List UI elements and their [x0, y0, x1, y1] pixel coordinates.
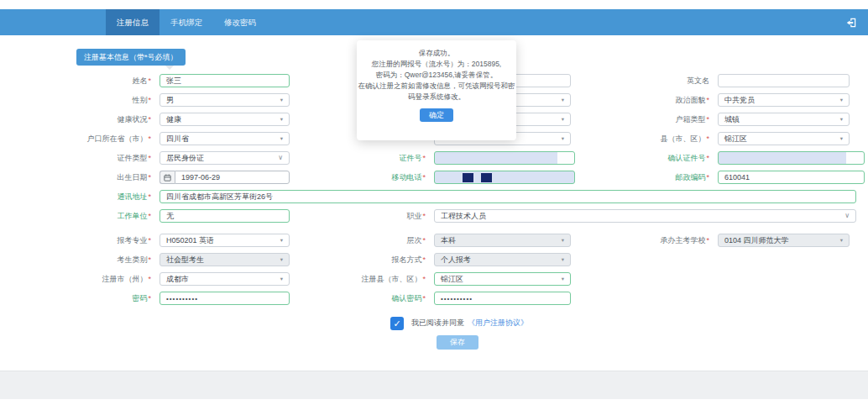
password-input[interactable]: ••••••••••: [159, 292, 290, 305]
dropdown-arrow-icon: ▾: [280, 133, 283, 145]
id-type-select[interactable]: 居民身份证∨: [159, 151, 290, 165]
health-label: 健康状况*: [71, 113, 159, 126]
id-number-label: 证件号*: [290, 151, 434, 165]
password-label: 密码*: [71, 292, 159, 305]
redacted-block: [463, 173, 473, 182]
confirm-password-label: 确认密码*: [290, 292, 434, 305]
agreement-checkbox[interactable]: ✓: [390, 317, 404, 330]
registration-page: 注册信息 手机绑定 修改密码 注册基本信息（带*号必填） 姓名* 张三: [0, 0, 868, 405]
dropdown-arrow-icon: ▾: [840, 234, 843, 246]
tab-change-password[interactable]: 修改密码: [213, 9, 267, 35]
english-name-label: 英文名: [571, 74, 718, 87]
work-unit-input[interactable]: 无: [159, 209, 290, 223]
gender-select[interactable]: 男▾: [159, 93, 290, 107]
postal-code-label: 邮政编码*: [571, 171, 718, 184]
save-button[interactable]: 保存: [437, 335, 478, 350]
id-confirm-label: 确认证件号*: [571, 151, 718, 165]
nav-tabs: 注册信息 手机绑定 修改密码: [106, 9, 267, 35]
work-unit-label: 工作单位*: [71, 209, 159, 223]
household-type-select[interactable]: 城镇▾: [718, 113, 850, 126]
name-input[interactable]: 张三: [159, 74, 290, 87]
dropdown-arrow-icon: ▾: [280, 273, 283, 285]
logout-icon[interactable]: [846, 9, 868, 35]
modal-message-line: 密码为：Qwer@123456,请妥善保管。: [357, 70, 516, 81]
apply-method-label: 报名方式*: [290, 253, 434, 266]
apply-method-select[interactable]: 个人报考▾: [434, 253, 571, 266]
badge-tail-icon: [165, 66, 174, 70]
modal-message-line: 保存成功。: [357, 48, 516, 59]
id-type-label: 证件类型*: [71, 151, 159, 165]
dropdown-arrow-icon: ∨: [844, 210, 850, 222]
id-number-input[interactable]: [434, 151, 575, 165]
candidate-type-select[interactable]: 社会型考生▾: [159, 253, 290, 266]
occupation-label: 职业*: [290, 209, 434, 223]
footer-band: [0, 371, 868, 399]
postal-code-input[interactable]: 610041: [718, 171, 865, 184]
calendar-icon[interactable]: [159, 171, 175, 184]
dropdown-arrow-icon: ▾: [280, 94, 283, 106]
dropdown-arrow-icon: ▾: [562, 113, 564, 125]
modal-message-line: 在确认注册之前如需修改信息，可凭该网报号和密: [357, 81, 516, 92]
mobile-label: 移动电话*: [290, 171, 434, 184]
occupation-select[interactable]: 工程技术人员∨: [434, 209, 856, 223]
county-label: 县（市、区）*: [571, 132, 718, 145]
political-status-label: 政治面貌*: [571, 93, 718, 107]
dropdown-arrow-icon: ▾: [562, 133, 564, 145]
section-badge: 注册基本信息（带*号必填）: [76, 49, 186, 66]
dropdown-arrow-icon: ▾: [840, 94, 843, 106]
name-label: 姓名*: [71, 74, 159, 87]
major-select[interactable]: H050201 英语▾: [159, 234, 290, 247]
reg-county-label: 注册县（市、区）*: [290, 272, 434, 286]
confirm-button[interactable]: 确定: [420, 108, 453, 122]
birth-date-input[interactable]: 1997-06-29: [175, 171, 290, 184]
gender-label: 性别*: [71, 93, 159, 107]
dropdown-arrow-icon: ▾: [562, 94, 564, 106]
dropdown-arrow-icon: ▾: [280, 234, 283, 246]
agreement-link[interactable]: 《用户注册协议》: [468, 318, 528, 329]
tab-phone-binding[interactable]: 手机绑定: [159, 9, 213, 35]
dropdown-arrow-icon: ▾: [280, 254, 283, 266]
reg-county-select[interactable]: 锦江区▾: [434, 272, 571, 286]
dropdown-arrow-icon: ▾: [562, 254, 564, 266]
dropdown-arrow-icon: ∨: [278, 152, 283, 164]
level-select[interactable]: 本科▾: [434, 234, 571, 247]
political-status-select[interactable]: 中共党员▾: [718, 93, 850, 107]
level-label: 层次*: [290, 234, 434, 247]
address-label: 通讯地址*: [71, 190, 159, 203]
dropdown-arrow-icon: ▾: [562, 273, 564, 285]
mobile-input[interactable]: [434, 171, 575, 184]
dropdown-arrow-icon: ▾: [280, 113, 283, 125]
tab-register-info[interactable]: 注册信息: [106, 9, 159, 35]
redacted-block: [481, 173, 492, 182]
host-school-label: 承办主考学校*: [571, 234, 718, 247]
agreement-text: 我已阅读并同意: [411, 318, 464, 329]
dropdown-arrow-icon: ▾: [562, 234, 564, 246]
address-input[interactable]: 四川省成都市高新区芳草街26号: [159, 190, 856, 203]
host-school-select[interactable]: 0104 四川师范大学▾: [718, 234, 850, 247]
english-name-input[interactable]: [718, 74, 850, 87]
major-label: 报考专业*: [71, 234, 159, 247]
province-select[interactable]: 四川省▾: [159, 132, 290, 145]
reg-city-label: 注册市（州）*: [71, 272, 159, 286]
county-select[interactable]: 锦江区▾: [718, 132, 850, 145]
modal-message-line: 您注册的网报号（流水号）为：2015895,: [357, 59, 516, 70]
reg-city-select[interactable]: 成都市▾: [159, 272, 290, 286]
dropdown-arrow-icon: ▾: [840, 113, 843, 125]
id-confirm-input[interactable]: [718, 151, 865, 165]
birth-date-label: 出生日期*: [71, 171, 159, 184]
candidate-type-label: 考生类别*: [71, 253, 159, 266]
province-label: 户口所在省（市）*: [71, 132, 159, 145]
confirm-password-input[interactable]: ••••••••••: [434, 292, 571, 305]
household-type-label: 户籍类型*: [571, 113, 718, 126]
modal-message-line: 码登录系统修改。: [357, 92, 516, 103]
dropdown-arrow-icon: ▾: [840, 133, 843, 145]
top-navbar: 注册信息 手机绑定 修改密码: [0, 9, 868, 35]
save-success-modal: 保存成功。 您注册的网报号（流水号）为：2015895, 密码为：Qwer@12…: [357, 40, 516, 140]
health-select[interactable]: 健康▾: [159, 113, 290, 126]
